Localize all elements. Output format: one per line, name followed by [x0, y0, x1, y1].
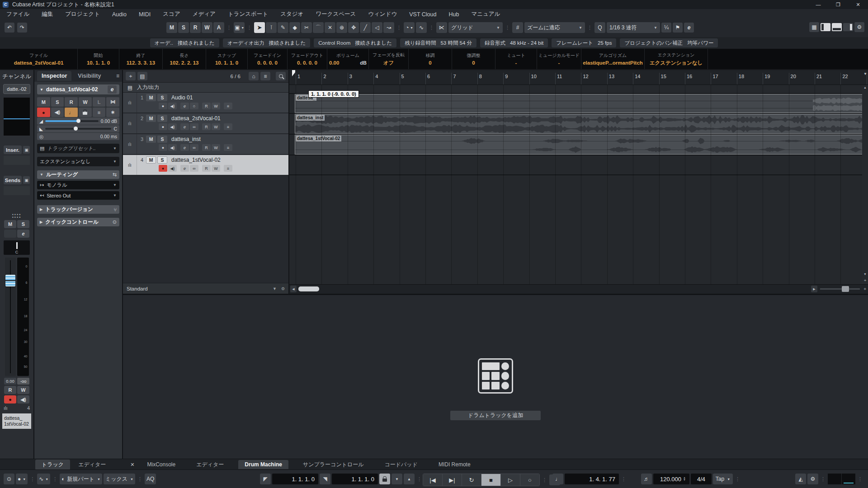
strip-drag-handle[interactable]: ••••••••: [12, 213, 22, 219]
scroll-down-icon[interactable]: ▼: [863, 272, 867, 276]
track-lanes-button[interactable]: ≡: [224, 123, 232, 130]
mute-tool[interactable]: ✕: [325, 22, 335, 33]
status-chip-5[interactable]: フレームレート25 fps: [552, 38, 616, 47]
right-locator-icon[interactable]: ◥: [320, 474, 330, 484]
info-value-13[interactable]: elastiqueP...ormantPitch: [583, 60, 643, 66]
track-solo-button[interactable]: S: [157, 94, 167, 101]
hzoom-plus-icon[interactable]: ＋: [863, 286, 867, 292]
play-tool[interactable]: ◁: [372, 22, 382, 33]
status-chip-4[interactable]: 録音形式48 kHz - 24 bit: [480, 38, 548, 47]
punch-in-button[interactable]: ▼: [392, 474, 402, 484]
lower-zone-tab-mixconsole[interactable]: MixConsole: [141, 460, 182, 469]
record-enable-button[interactable]: ●: [37, 108, 50, 117]
piano-grid-icon[interactable]: ▦: [809, 22, 819, 32]
tab-inspector[interactable]: Inspector: [37, 71, 71, 81]
hzoom-slider[interactable]: [820, 288, 860, 290]
track-mute-button[interactable]: M: [146, 156, 156, 164]
track-lanes-button[interactable]: ≡: [224, 165, 232, 172]
performance-meter[interactable]: [828, 474, 855, 484]
track-row-3[interactable]: ılı3MSdattesa_inst●◀)e∞RW≡: [123, 134, 288, 155]
status-chip-3[interactable]: 残り録音時間53 時間 54 分: [400, 38, 476, 47]
menu-item-5[interactable]: スコア: [163, 10, 180, 18]
track-solo-button[interactable]: S: [157, 156, 167, 164]
footer-settings-icon[interactable]: ⚙: [281, 286, 285, 291]
track-mute-button[interactable]: M: [146, 115, 156, 122]
info-value-5[interactable]: 0. 0. 0. 0: [257, 60, 278, 66]
lane-2[interactable]: dattesa_inst: [289, 114, 868, 134]
search-tracks-button[interactable]: [276, 72, 286, 80]
freeze-button[interactable]: ∗: [106, 108, 119, 117]
status-chip-6[interactable]: プロジェクトのパン補正均等パワー: [620, 38, 718, 47]
left-locator-icon[interactable]: ◤: [260, 474, 271, 484]
lock-track-button[interactable]: [79, 108, 92, 117]
audio-event-2[interactable]: dattesa_inst: [295, 114, 868, 134]
tap-tempo-button[interactable]: Tap ▼: [713, 474, 733, 484]
timeline-ruler[interactable]: ▼ 1234567891011121314151617181920212223: [289, 70, 868, 85]
track-write-button[interactable]: W: [212, 144, 220, 151]
info-value-11[interactable]: -: [515, 60, 517, 66]
object-selection-tool[interactable]: ➤: [254, 22, 265, 33]
pan-value[interactable]: C: [113, 126, 117, 131]
track-monitor-button[interactable]: ◀): [168, 123, 177, 130]
menu-item-8[interactable]: スタジオ: [280, 10, 303, 18]
maximize-button[interactable]: ❐: [828, 0, 848, 9]
metronome-button[interactable]: ◭: [795, 474, 806, 484]
project-cursor-flag[interactable]: [292, 70, 295, 76]
toggle-lower-zone-button[interactable]: [832, 23, 842, 31]
project-tab-0[interactable]: トラック: [35, 460, 70, 470]
insert-slot[interactable]: [4, 156, 30, 165]
lower-zone-tab-サンプラーコントロール[interactable]: サンプラーコントロール: [297, 460, 370, 470]
crossfade-button[interactable]: ∿: [416, 22, 427, 33]
track-record-enable-button[interactable]: ●: [159, 144, 167, 151]
inspector-track-title[interactable]: ▼ dattesa_1stVocal-02 e: [37, 84, 119, 94]
lower-zone-tab-midi-remote[interactable]: MIDI Remote: [432, 460, 477, 469]
strip-blank-button[interactable]: [4, 230, 16, 238]
hscroll-thumb[interactable]: [298, 286, 319, 291]
auto-scroll-button[interactable]: ◔▾: [404, 22, 415, 33]
track-name[interactable]: dattesa_1stVocal-02: [171, 157, 221, 163]
quantize-dropdown[interactable]: 1/16 3 連符▼: [607, 22, 660, 33]
track-row-1[interactable]: ılı1MSAudio 01●◀)e○RW≡: [123, 93, 288, 113]
marker-flag-button[interactable]: ⚑: [673, 23, 683, 33]
info-value-10[interactable]: 0: [472, 60, 475, 66]
menu-item-3[interactable]: Audio: [112, 11, 127, 18]
menu-item-10[interactable]: ウィンドウ: [368, 10, 397, 18]
track-name[interactable]: dattesa_inst: [171, 136, 201, 142]
quick-controls-section-header[interactable]: ▶ クイックコントロール ⊙: [37, 218, 119, 226]
midi-mix-mode-dropdown[interactable]: ミックス ▼: [104, 474, 135, 484]
delay-value[interactable]: 0.00 ms: [100, 134, 117, 139]
monitor-button[interactable]: ◀): [51, 108, 64, 117]
stop-button[interactable]: ■: [481, 474, 501, 486]
track-row-4[interactable]: ılı4MSdattesa_1stVocal-02●◀)e∞RW≡: [123, 155, 288, 176]
track-edit-button[interactable]: e: [180, 144, 189, 151]
go-next-marker-button[interactable]: ▶|: [443, 474, 462, 486]
strip-record-enable-button[interactable]: ●: [4, 395, 16, 404]
lower-zone-tab-エディター[interactable]: エディター: [190, 460, 230, 470]
lane-0[interactable]: [289, 85, 868, 93]
info-value-0[interactable]: dattesa_2stVocal-01: [14, 60, 64, 66]
automation-m-button[interactable]: M: [166, 22, 177, 33]
automation-w-button[interactable]: W: [202, 22, 212, 33]
track-color-strip[interactable]: ılı: [123, 134, 137, 154]
info-value-9[interactable]: 0: [429, 60, 431, 66]
track-read-button[interactable]: R: [202, 123, 211, 130]
project-tab-1[interactable]: エディター: [72, 460, 112, 470]
track-edit-button[interactable]: e: [180, 165, 189, 172]
undo-button[interactable]: ↶: [5, 23, 14, 33]
track-read-button[interactable]: R: [202, 103, 211, 109]
auto-quantize-button[interactable]: AQ: [145, 474, 156, 484]
show-lanes-button[interactable]: ≡: [93, 108, 106, 117]
snap-button[interactable]: ⋉: [436, 22, 447, 33]
strip-write-button[interactable]: W: [17, 386, 29, 394]
draw-tool[interactable]: ✎: [278, 22, 288, 33]
add-track-button[interactable]: ＋: [126, 72, 136, 80]
track-preset-dropdown[interactable]: ▤ トラックプリセット.. ▼: [37, 144, 119, 153]
home-zoom-button[interactable]: ⌂: [249, 72, 259, 80]
lane-4[interactable]: [289, 155, 868, 174]
strip-mute-button[interactable]: M: [4, 220, 16, 228]
info-value-14[interactable]: エクステンションなし: [650, 60, 703, 66]
zoom-preset-dropdown[interactable]: ズームに適応▼: [524, 22, 585, 33]
footer-expand-icon[interactable]: ▼: [273, 286, 277, 291]
track-monitor-button[interactable]: ◀): [168, 165, 177, 172]
grid-icon[interactable]: #: [512, 22, 523, 33]
